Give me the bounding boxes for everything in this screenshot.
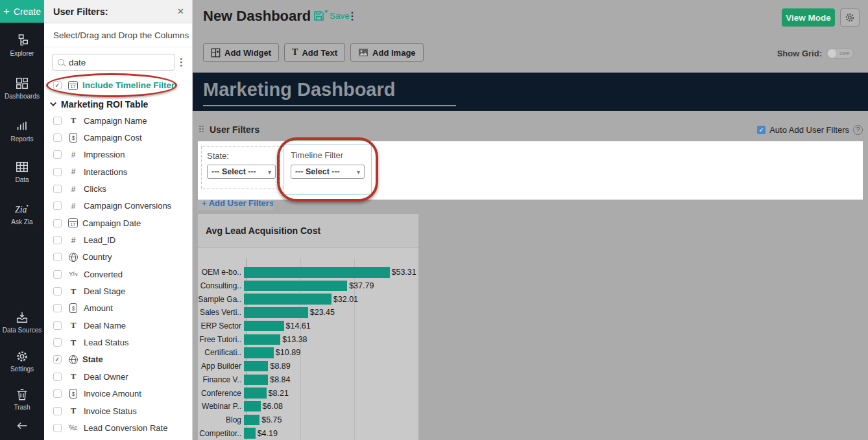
sidebar-item-trash[interactable]: Trash xyxy=(0,388,44,411)
chart-widget[interactable]: Avg Lead Acquisition Cost OEM e-bo..$53.… xyxy=(198,214,418,440)
widget-toolbar: Add Widget T Add Text Add Image xyxy=(203,43,424,62)
column-item[interactable]: $Invoice Amount xyxy=(44,386,192,402)
column-item[interactable]: #Impression xyxy=(44,146,192,163)
add-text-label: Add Text xyxy=(302,48,337,58)
add-widget-button[interactable]: Add Widget xyxy=(203,43,279,62)
bar[interactable] xyxy=(244,375,268,386)
column-checkbox[interactable] xyxy=(53,373,62,381)
add-text-button[interactable]: T Add Text xyxy=(284,43,345,62)
column-item[interactable]: ✓State xyxy=(44,351,192,368)
bar[interactable] xyxy=(244,401,261,412)
bar-plot-area: $8.84 xyxy=(244,373,417,387)
sidebar-item-data[interactable]: Data xyxy=(0,160,44,183)
timeline-filter-checkbox[interactable]: ✓ xyxy=(53,81,62,89)
category-label: ERP Sector xyxy=(198,321,244,330)
column-checkbox[interactable] xyxy=(53,389,62,398)
column-item[interactable]: %ΣLead Conversion Rate xyxy=(44,419,192,436)
bar[interactable] xyxy=(244,415,259,426)
show-grid-label: Show Grid: xyxy=(777,49,822,58)
column-item[interactable]: TDeal Name xyxy=(44,317,192,334)
create-button[interactable]: + Create xyxy=(0,0,44,23)
sidebar-item-ask-zia[interactable]: Zia Ask Zia xyxy=(0,202,44,226)
column-checkbox[interactable] xyxy=(53,338,62,347)
column-checkbox[interactable] xyxy=(53,287,62,295)
column-item[interactable]: Country xyxy=(44,249,192,266)
column-checkbox[interactable] xyxy=(53,407,62,415)
column-checkbox[interactable] xyxy=(53,150,62,159)
column-item[interactable]: TCampaign Name xyxy=(44,112,192,129)
dashboard-more-options-icon[interactable]: ⋮ xyxy=(347,10,357,22)
column-checkbox[interactable] xyxy=(53,253,62,261)
bar[interactable] xyxy=(244,281,347,292)
bar[interactable] xyxy=(244,347,274,358)
column-label: Campaign Name xyxy=(84,116,147,126)
sidebar-item-data-sources[interactable]: Data Sources xyxy=(0,310,44,334)
column-checkbox[interactable] xyxy=(53,133,62,142)
sidebar-item-explorer[interactable]: Explorer xyxy=(0,34,44,57)
date-type-icon: 17 xyxy=(68,81,78,90)
collapse-sidebar-button[interactable] xyxy=(0,420,44,434)
bar[interactable] xyxy=(244,388,267,399)
column-item[interactable]: #Campaign Conversions xyxy=(44,198,192,214)
bar[interactable] xyxy=(244,334,280,345)
include-timeline-filter-item[interactable]: ✓ 17 Include Timeline Filter xyxy=(44,75,192,96)
column-item[interactable]: 17Campaign Date xyxy=(44,214,192,231)
column-checkbox[interactable]: ✓ xyxy=(53,355,62,364)
bar[interactable] xyxy=(244,321,284,332)
column-item[interactable]: #Interactions xyxy=(44,163,192,180)
state-filter-box: State: --- Select --- ▾ xyxy=(201,146,280,189)
view-mode-button[interactable]: View Mode xyxy=(782,8,835,27)
value-label: $8.84 xyxy=(270,375,290,384)
drag-handle-icon[interactable] xyxy=(199,126,205,134)
plus-icon: + xyxy=(3,6,10,17)
column-item[interactable]: TDeal Owner xyxy=(44,368,192,385)
column-checkbox[interactable] xyxy=(53,270,62,279)
column-item[interactable]: $Campaign Cost xyxy=(44,129,192,146)
search-input[interactable]: date xyxy=(52,54,175,71)
help-icon[interactable]: ? xyxy=(853,125,863,135)
column-item[interactable]: #Clicks xyxy=(44,180,192,197)
value-label: $5.75 xyxy=(261,415,282,424)
save-button[interactable]: * Save xyxy=(313,10,350,21)
column-item[interactable]: $Amount xyxy=(44,300,192,317)
state-filter-select[interactable]: --- Select --- ▾ xyxy=(207,165,276,179)
bar[interactable] xyxy=(244,307,308,318)
sidebar-item-settings[interactable]: Settings xyxy=(0,349,44,373)
column-checkbox[interactable] xyxy=(53,321,62,330)
auto-add-checkbox[interactable]: ✓ xyxy=(757,126,766,134)
column-item[interactable]: TInvoice Status xyxy=(44,402,192,419)
settings-gear-button[interactable] xyxy=(840,8,860,27)
column-checkbox[interactable] xyxy=(53,117,62,125)
add-user-filters-link[interactable]: + Add User Filters xyxy=(202,200,273,208)
column-item[interactable]: Y/NConverted xyxy=(44,266,192,283)
bar[interactable] xyxy=(244,267,390,278)
bar-plot-area: $8.89 xyxy=(244,360,417,373)
value-label: $6.08 xyxy=(263,402,283,411)
column-checkbox[interactable] xyxy=(53,202,62,210)
bar[interactable] xyxy=(244,428,256,439)
timeline-filter-select[interactable]: --- Select --- ▾ xyxy=(291,165,365,179)
column-checkbox[interactable] xyxy=(53,219,62,227)
panel-more-options-icon[interactable]: ⋮ xyxy=(176,56,186,68)
category-label: Webinar P.. xyxy=(198,402,244,411)
column-checkbox[interactable] xyxy=(53,304,62,312)
sidebar-item-reports[interactable]: Reports xyxy=(0,119,44,143)
show-grid-toggle[interactable]: OFF xyxy=(826,48,854,59)
bar[interactable] xyxy=(244,294,332,305)
column-checkbox[interactable] xyxy=(53,185,62,193)
add-image-button[interactable]: Add Image xyxy=(350,43,423,62)
table-group-header[interactable]: Marketing ROI Table xyxy=(44,96,192,112)
column-checkbox[interactable] xyxy=(53,236,62,244)
column-item[interactable]: TDeal Stage xyxy=(44,283,192,299)
column-item[interactable]: TLead Status xyxy=(44,334,192,351)
chart-bar-row: Sales Verti..$23.45 xyxy=(198,306,417,319)
column-item[interactable]: #Lead_ID xyxy=(44,231,192,248)
column-item[interactable]: %ΣClick Through Rate (CT xyxy=(44,437,192,440)
bar[interactable] xyxy=(244,361,268,372)
close-icon[interactable]: ✕ xyxy=(177,6,184,16)
show-grid-control: Show Grid: OFF xyxy=(777,48,854,59)
sidebar-item-dashboards[interactable]: Dashboards xyxy=(0,76,44,100)
column-checkbox[interactable] xyxy=(53,168,62,176)
column-checkbox[interactable] xyxy=(53,424,62,432)
column-label: Lead_ID xyxy=(84,235,115,245)
